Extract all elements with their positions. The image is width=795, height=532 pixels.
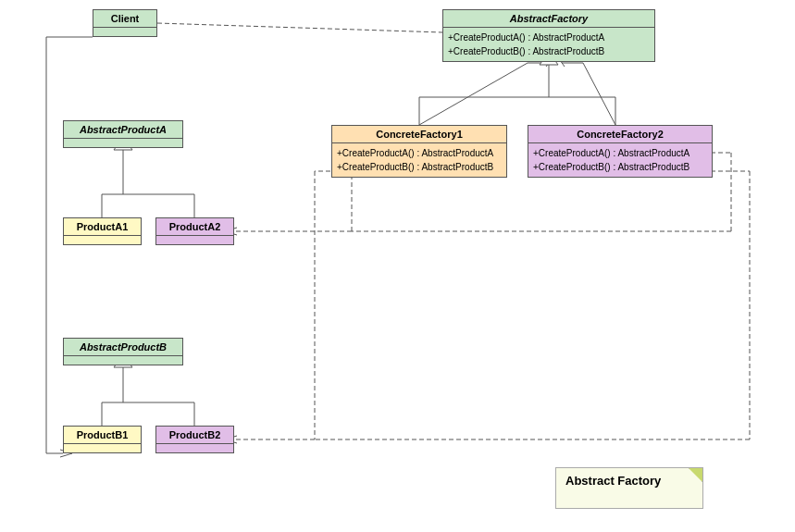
note-label: Abstract Factory bbox=[565, 474, 661, 488]
concrete-factory1-title: ConcreteFactory1 bbox=[332, 126, 506, 143]
concrete-factory1-method-2: +CreateProductB() : AbstractProductB bbox=[337, 160, 502, 174]
svg-line-1 bbox=[419, 63, 528, 125]
product-b2-box: ProductB2 bbox=[155, 426, 234, 453]
concrete-factory2-method-2: +CreateProductB() : AbstractProductB bbox=[533, 160, 707, 174]
diagram-container: Client AbstractFactory +CreateProductA()… bbox=[0, 0, 795, 532]
product-a2-box: ProductA2 bbox=[155, 217, 234, 245]
abstract-product-a-box: AbstractProductA bbox=[63, 120, 183, 148]
svg-line-0 bbox=[157, 23, 442, 32]
abstract-factory-title: AbstractFactory bbox=[443, 10, 654, 28]
abstract-factory-methods: +CreateProductA() : AbstractProductA +Cr… bbox=[443, 28, 654, 61]
concrete-factory2-methods: +CreateProductA() : AbstractProductA +Cr… bbox=[528, 143, 712, 177]
product-b2-title: ProductB2 bbox=[156, 427, 233, 444]
abstract-factory-box: AbstractFactory +CreateProductA() : Abst… bbox=[442, 9, 655, 62]
concrete-factory1-box: ConcreteFactory1 +CreateProductA() : Abs… bbox=[331, 125, 507, 178]
product-b1-box: ProductB1 bbox=[63, 426, 142, 453]
concrete-factory2-box: ConcreteFactory2 +CreateProductA() : Abs… bbox=[528, 125, 713, 178]
abstract-factory-method-2: +CreateProductB() : AbstractProductB bbox=[448, 44, 650, 58]
client-box: Client bbox=[93, 9, 157, 37]
product-a1-box: ProductA1 bbox=[63, 217, 142, 245]
product-a1-title: ProductA1 bbox=[64, 218, 141, 236]
abstract-product-a-title: AbstractProductA bbox=[64, 121, 182, 139]
concrete-factory2-title: ConcreteFactory2 bbox=[528, 126, 712, 143]
concrete-factory2-method-1: +CreateProductA() : AbstractProductA bbox=[533, 146, 707, 160]
abstract-product-b-title: AbstractProductB bbox=[64, 339, 182, 356]
client-title: Client bbox=[93, 10, 156, 28]
svg-line-2 bbox=[583, 63, 615, 125]
abstract-product-b-box: AbstractProductB bbox=[63, 338, 183, 365]
concrete-factory1-methods: +CreateProductA() : AbstractProductA +Cr… bbox=[332, 143, 506, 177]
abstract-factory-method-1: +CreateProductA() : AbstractProductA bbox=[448, 31, 650, 44]
product-b1-title: ProductB1 bbox=[64, 427, 141, 444]
note-box: Abstract Factory bbox=[555, 467, 703, 509]
concrete-factory1-method-1: +CreateProductA() : AbstractProductA bbox=[337, 146, 502, 160]
product-a2-title: ProductA2 bbox=[156, 218, 233, 236]
